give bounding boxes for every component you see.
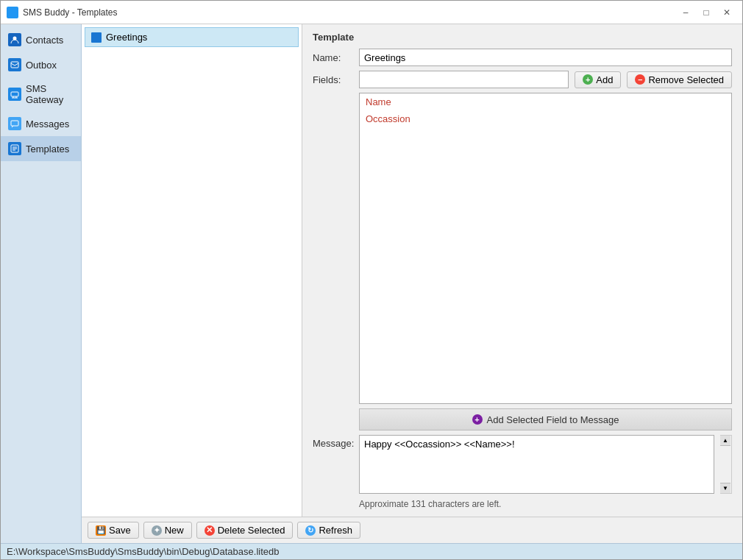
sidebar-item-contacts[interactable]: Contacts [1, 27, 81, 52]
templates-icon [8, 142, 21, 155]
contacts-icon [8, 33, 21, 46]
delete-icon: ✕ [205, 525, 215, 536]
remove-label: Remove Selected [648, 74, 724, 85]
template-item-icon [91, 32, 102, 43]
main-window: SMS Buddy - Templates – □ ✕ Contacts Out… [0, 0, 743, 560]
window-controls: – □ ✕ [676, 3, 736, 22]
char-count-row: Approximate 131 characters are left. [359, 498, 732, 509]
name-label: Name: [313, 52, 353, 63]
app-icon [7, 7, 18, 18]
scrollbar-track [720, 446, 731, 483]
delete-button[interactable]: ✕ Delete Selected [196, 522, 294, 539]
status-path: E:\Workspace\SmsBuddy\SmsBuddy\bin\Debug… [7, 546, 279, 557]
template-panel-title: Template [313, 32, 732, 43]
svg-rect-1 [11, 62, 18, 68]
content-body: Greetings Template Name: Fields: [82, 24, 742, 517]
template-list-panel: Greetings [82, 24, 302, 517]
sidebar-item-messages[interactable]: Messages [1, 111, 81, 136]
fields-label: Fields: [313, 74, 353, 85]
remove-button[interactable]: – Remove Selected [627, 71, 732, 88]
template-panel: Template Name: Fields: + Add [302, 24, 742, 517]
refresh-label: Refresh [319, 525, 352, 536]
gateway-icon [8, 88, 21, 101]
delete-label: Delete Selected [218, 525, 285, 536]
add-button[interactable]: + Add [575, 71, 621, 88]
outbox-label: Outbox [26, 60, 57, 71]
bottom-bar: 💾 Save ✦ New ✕ Delete Selected ↻ Refresh [82, 517, 742, 543]
new-icon: ✦ [152, 525, 162, 536]
template-item-label: Greetings [106, 32, 147, 43]
sidebar-item-templates[interactable]: Templates [1, 136, 81, 161]
refresh-button[interactable]: ↻ Refresh [297, 522, 360, 539]
message-textarea[interactable]: Happy <<Occassion>> <<Name>>! [359, 435, 714, 494]
name-input[interactable] [359, 49, 732, 66]
sidebar-item-gateway[interactable]: SMS Gateway [1, 77, 81, 111]
sidebar-item-outbox[interactable]: Outbox [1, 52, 81, 77]
save-label: Save [109, 525, 131, 536]
field-item-name[interactable]: Name [360, 93, 731, 110]
fields-list-area: Name Occassion [359, 93, 732, 404]
templates-label: Templates [26, 143, 69, 155]
minimize-button[interactable]: – [676, 3, 695, 22]
list-item[interactable]: Greetings [85, 27, 299, 47]
message-row: Message: Happy <<Occassion>> <<Name>>! ▲… [313, 435, 732, 494]
scrollbar-down[interactable]: ▼ [720, 483, 730, 493]
add-field-icon: + [472, 414, 483, 425]
name-row: Name: [313, 49, 732, 66]
new-label: New [165, 525, 184, 536]
add-label: Add [596, 74, 613, 85]
new-button[interactable]: ✦ New [143, 522, 192, 539]
fields-input[interactable] [359, 71, 569, 88]
refresh-icon: ↻ [305, 525, 316, 536]
main-area: Contacts Outbox SMS Gateway Messages [1, 24, 742, 543]
remove-icon: – [635, 74, 645, 85]
add-field-row: + Add Selected Field to Message [359, 408, 732, 430]
scrollbar-up[interactable]: ▲ [720, 436, 730, 446]
svg-rect-2 [11, 92, 18, 96]
outbox-icon [8, 58, 21, 71]
messages-label: Messages [26, 118, 69, 130]
sidebar: Contacts Outbox SMS Gateway Messages [1, 24, 82, 543]
message-label: Message: [313, 435, 353, 449]
close-button[interactable]: ✕ [717, 3, 736, 22]
gateway-label: SMS Gateway [26, 83, 74, 105]
svg-rect-6 [11, 121, 18, 126]
add-icon: + [583, 74, 593, 85]
titlebar: SMS Buddy - Templates – □ ✕ [1, 1, 742, 24]
message-scrollbar: ▲ ▼ [720, 435, 732, 494]
status-bar: E:\Workspace\SmsBuddy\SmsBuddy\bin\Debug… [1, 543, 742, 559]
add-field-label: Add Selected Field to Message [487, 414, 619, 425]
maximize-button[interactable]: □ [697, 3, 716, 22]
field-item-occassion[interactable]: Occassion [360, 110, 731, 127]
save-button[interactable]: 💾 Save [88, 522, 139, 539]
add-field-button[interactable]: + Add Selected Field to Message [359, 408, 732, 430]
message-area: Happy <<Occassion>> <<Name>>! [359, 435, 714, 494]
window-title: SMS Buddy - Templates [23, 7, 676, 18]
messages-icon [8, 117, 21, 130]
fields-list: Name Occassion [359, 93, 732, 404]
contacts-label: Contacts [26, 35, 63, 46]
save-icon: 💾 [96, 525, 106, 536]
content-area: Greetings Template Name: Fields: [82, 24, 742, 543]
template-list: Greetings [82, 24, 302, 517]
char-count: Approximate 131 characters are left. [359, 499, 501, 509]
fields-row: Fields: + Add – Remove Selected [313, 71, 732, 88]
